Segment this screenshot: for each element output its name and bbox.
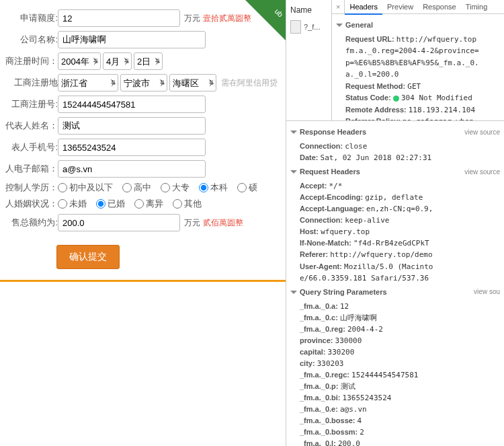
- label-amount: 申请额度:: [5, 12, 58, 24]
- amount-cny: 壹拾贰萬圆整: [203, 13, 251, 24]
- view-source-link[interactable]: view source: [464, 167, 500, 178]
- chevron-down-icon[interactable]: [290, 291, 297, 294]
- devtools-panel: Name ?_f... × HeadersPreviewResponseTimi…: [286, 0, 504, 446]
- view-source-link[interactable]: view source: [464, 127, 500, 138]
- radio-edu-3[interactable]: 本科: [199, 182, 228, 194]
- marry-radios: 未婚已婚离异其他: [58, 198, 202, 210]
- radio-edu-1[interactable]: 高中: [122, 182, 151, 194]
- radio-marry-1[interactable]: 已婚: [96, 198, 125, 210]
- form-panel: ub 申请额度: 万元 壹拾贰萬圆整 公司名称: 商注册时间： 2004年 4月…: [0, 0, 286, 446]
- view-source-link[interactable]: view sou: [474, 287, 500, 297]
- province-select[interactable]: 浙江省: [58, 74, 118, 91]
- city-select[interactable]: 宁波市: [120, 74, 167, 91]
- label-edu: 控制人学历：: [5, 182, 58, 194]
- phone-input[interactable]: [58, 139, 206, 156]
- label-marry: 人婚姻状况：: [5, 198, 58, 210]
- amount-input[interactable]: [58, 9, 180, 27]
- status-dot-icon: [393, 96, 399, 102]
- edu-radios: 初中及以下高中大专本科硕: [58, 182, 257, 194]
- email-input[interactable]: [58, 160, 206, 178]
- day-select[interactable]: 2日: [134, 52, 163, 70]
- tab-preview[interactable]: Preview: [382, 0, 418, 13]
- request-item-label: ?_f...: [304, 23, 320, 31]
- addr-note: 需在阿里信用贷: [221, 77, 278, 89]
- label-email: 人电子邮箱：: [5, 163, 58, 175]
- label-sales: 售总额约为:: [5, 217, 58, 229]
- year-select[interactable]: 2004年: [58, 52, 101, 70]
- month-select[interactable]: 4月: [103, 52, 132, 70]
- district-select[interactable]: 海曙区: [169, 74, 216, 91]
- sales-unit: 万元: [184, 217, 200, 229]
- tab-response[interactable]: Response: [418, 0, 461, 13]
- chevron-down-icon[interactable]: [336, 24, 343, 27]
- radio-edu-2[interactable]: 大专: [161, 182, 190, 194]
- radio-edu-0[interactable]: 初中及以下: [58, 182, 113, 194]
- chevron-down-icon[interactable]: [290, 170, 297, 174]
- company-input[interactable]: [58, 31, 206, 48]
- label-reg-no: 工商注册号:: [5, 98, 58, 110]
- sales-input[interactable]: [58, 214, 180, 231]
- request-item[interactable]: ?_f...: [289, 17, 329, 36]
- chevron-down-icon[interactable]: [290, 131, 297, 134]
- section-general: General: [345, 20, 373, 31]
- doc-icon: [290, 20, 301, 34]
- network-name-col: Name ?_f...: [286, 0, 332, 120]
- radio-marry-3[interactable]: 其他: [173, 198, 202, 210]
- divider: [0, 280, 286, 282]
- reg-no-input[interactable]: [58, 96, 206, 113]
- radio-marry-2[interactable]: 离异: [134, 198, 163, 210]
- submit-button[interactable]: 确认提交: [56, 245, 120, 269]
- headers-pane: General Request URL: http://wfquery.top …: [332, 14, 504, 120]
- rep-input[interactable]: [58, 117, 206, 135]
- tab-timing[interactable]: Timing: [461, 0, 493, 13]
- name-header: Name: [289, 3, 329, 17]
- label-reg-addr: 工商注册地: [5, 77, 58, 89]
- unit-wan: 万元: [184, 13, 200, 24]
- radio-edu-4[interactable]: 硕: [237, 182, 257, 194]
- sales-cny: 贰佰萬圆整: [203, 217, 243, 229]
- label-rep: 代表人姓名：: [5, 120, 58, 132]
- close-icon[interactable]: ×: [332, 0, 345, 13]
- corner-ribbon: ub: [245, 0, 286, 40]
- tab-bar: × HeadersPreviewResponseTiming: [332, 0, 504, 14]
- label-reg-time: 商注册时间：: [5, 55, 58, 67]
- tab-headers[interactable]: Headers: [345, 0, 382, 15]
- label-company: 公司名称:: [5, 34, 58, 46]
- label-phone: 表人手机号:: [5, 141, 58, 153]
- radio-marry-0[interactable]: 未婚: [58, 198, 87, 210]
